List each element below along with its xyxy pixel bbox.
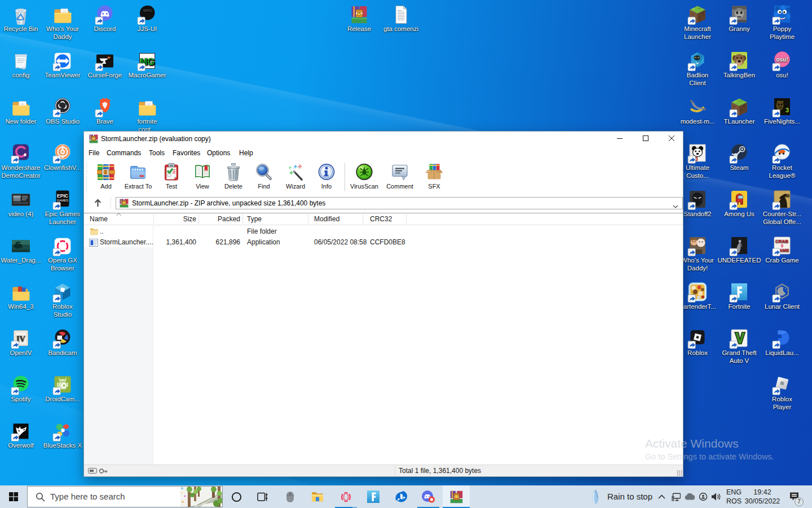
svg-text:WRD: WRD: [143, 8, 153, 12]
svg-text:EPIC: EPIC: [57, 193, 68, 199]
svg-text:GAMES: GAMES: [57, 199, 68, 202]
svg-text:osu!: osu!: [776, 56, 788, 63]
svg-text:CRAB: CRAB: [775, 239, 788, 244]
svg-text:3: 3: [785, 107, 789, 113]
svg-text:GO: GO: [783, 194, 789, 198]
